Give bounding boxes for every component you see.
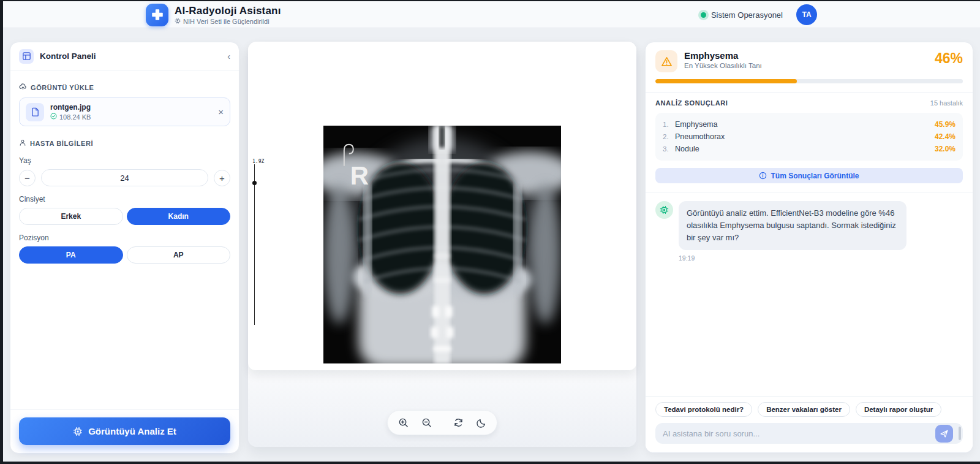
result-row: 3. Nodule 32.0% — [663, 143, 956, 155]
age-label: Yaş — [19, 156, 230, 165]
result-rank: 2. — [663, 133, 675, 140]
analyze-button-label: Görüntüyü Analiz Et — [88, 426, 176, 436]
gender-option-male[interactable]: Erkek — [19, 208, 123, 225]
assistant-avatar chip-icon — [655, 201, 673, 219]
dark-mode-button moon-icon[interactable] — [476, 417, 487, 428]
result-value: 45.9% — [935, 120, 956, 129]
file-size-label: 108.24 KB — [59, 113, 91, 121]
zoom-out-button zoom-out-icon[interactable] — [421, 417, 432, 428]
app-logo-medical-cross-icon — [146, 4, 168, 26]
chip-icon — [175, 18, 181, 25]
top-diagnosis-percent: 46% — [935, 50, 963, 67]
system-status: Sistem Operasyonel — [701, 10, 783, 20]
result-name: Nodule — [675, 145, 699, 153]
analysis-results-header: ANALİZ SONUÇLARI — [655, 99, 728, 107]
result-value: 42.4% — [935, 132, 956, 141]
upload-cloud-icon — [19, 83, 27, 92]
input-scrollbar[interactable] — [959, 427, 961, 440]
file-name: rontgen.jpg — [50, 103, 212, 112]
confidence-progress-track — [655, 79, 963, 83]
result-row: 1. Emphysema 45.9% — [663, 118, 956, 131]
top-diagnosis-subtitle: En Yüksek Olasılıklı Tanı — [684, 62, 762, 69]
gender-toggle: Erkek Kadın — [19, 208, 230, 225]
results-list: 1. Emphysema 45.9% 2. Pneumothorax 42.4%… — [655, 113, 963, 161]
position-option-pa[interactable]: PA — [19, 246, 123, 264]
chat-input-container — [655, 423, 963, 444]
user-avatar[interactable]: TA — [796, 4, 817, 25]
top-diagnosis-name: Emphysema — [684, 50, 762, 61]
disease-count: 15 hastalık — [930, 99, 963, 107]
chest-xray-image: R — [323, 126, 561, 363]
age-stepper: − 24 + — [19, 169, 230, 186]
view-all-label: Tüm Sonuçları Görüntüle — [771, 172, 859, 180]
chip-similar-cases[interactable]: Benzer vakaları göster — [758, 402, 850, 417]
xray-scale-marker — [252, 181, 257, 185]
age-increment-button plus-icon[interactable]: + — [214, 170, 230, 186]
position-label: Pozisyon — [19, 234, 230, 242]
age-decrement-button minus-icon[interactable]: − — [19, 170, 36, 186]
status-label: Sistem Operasyonel — [711, 10, 783, 20]
status-dot-icon — [701, 12, 706, 18]
app-subtitle: NIH Veri Seti ile Güçlendirildi — [183, 18, 270, 25]
position-toggle: PA AP — [19, 246, 230, 264]
result-name: Pneumothorax — [675, 132, 725, 141]
image-viewer-panel: 1.9Z — [248, 42, 636, 447]
patient-section-label: HASTA BİLGİLERİ — [30, 140, 93, 147]
position-option-ap[interactable]: AP — [127, 246, 231, 264]
suggestion-chips: Tedavi protokolü nedir? Benzer vakaları … — [655, 402, 963, 417]
send-button send-icon[interactable] — [935, 425, 953, 443]
panel-layout-icon — [19, 49, 34, 64]
confidence-progress-fill — [655, 79, 797, 83]
person-icon — [19, 139, 26, 148]
panel-title: Kontrol Paneli — [40, 51, 221, 61]
assistant-message: Görüntüyü analiz ettim. EfficientNet-B3 … — [679, 201, 907, 250]
xray-scale-label: 1.9Z — [252, 159, 264, 164]
result-row: 2. Pneumothorax 42.4% — [663, 131, 956, 143]
gender-option-female[interactable]: Kadın — [127, 208, 231, 225]
view-all-results-button[interactable]: Tüm Sonuçları Görüntüle — [655, 168, 963, 183]
collapse-panel-button[interactable]: ‹ — [227, 51, 230, 61]
chat-area: Görüntüyü analiz ettim. EfficientNet-B3 … — [646, 192, 973, 262]
app-header: AI-Radyoloji Asistanı NIH Veri Seti ile … — [3, 1, 980, 28]
result-value: 32.0% — [935, 145, 956, 153]
upload-section-label: GÖRÜNTÜ YÜKLE — [31, 84, 94, 91]
app-title: AI-Radyoloji Asistanı — [175, 5, 281, 17]
check-circle-icon — [50, 113, 57, 121]
chip-treatment-protocol[interactable]: Tedavi protokolü nedir? — [655, 402, 752, 417]
warning-triangle-icon — [655, 50, 677, 72]
result-rank: 3. — [663, 145, 675, 153]
result-rank: 1. — [663, 121, 675, 128]
info-icon — [759, 172, 767, 180]
analyze-image-button[interactable]: Görüntüyü Analiz Et — [19, 417, 230, 445]
cpu-chip-icon — [73, 427, 83, 436]
remove-file-button close-icon[interactable]: × — [218, 107, 224, 116]
gender-label: Cinsiyet — [19, 195, 230, 203]
xray-scale-line — [254, 164, 255, 325]
reset-view-button refresh-icon[interactable] — [453, 417, 464, 428]
svg-text:R: R — [350, 161, 369, 190]
viewer-toolbar — [387, 410, 497, 435]
analysis-panel: Emphysema En Yüksek Olasılıklı Tanı 46% … — [645, 42, 973, 453]
zoom-in-button zoom-in-icon[interactable] — [398, 417, 409, 428]
message-timestamp: 19:19 — [679, 254, 963, 262]
app-window: AI-Radyoloji Asistanı NIH Veri Seti ile … — [3, 1, 980, 462]
xray-canvas[interactable]: 1.9Z — [248, 42, 636, 370]
chat-input[interactable] — [663, 429, 935, 438]
result-name: Emphysema — [675, 120, 717, 129]
brand: AI-Radyoloji Asistanı NIH Veri Seti ile … — [146, 1, 281, 28]
file-document-icon — [26, 103, 44, 121]
age-value-field[interactable]: 24 — [41, 169, 208, 186]
chip-detailed-report[interactable]: Detaylı rapor oluştur — [856, 402, 941, 417]
control-panel: Kontrol Paneli ‹ GÖRÜNTÜ YÜKLE rontgen.j… — [10, 42, 239, 454]
uploaded-file-card[interactable]: rontgen.jpg 108.24 KB × — [19, 97, 230, 126]
